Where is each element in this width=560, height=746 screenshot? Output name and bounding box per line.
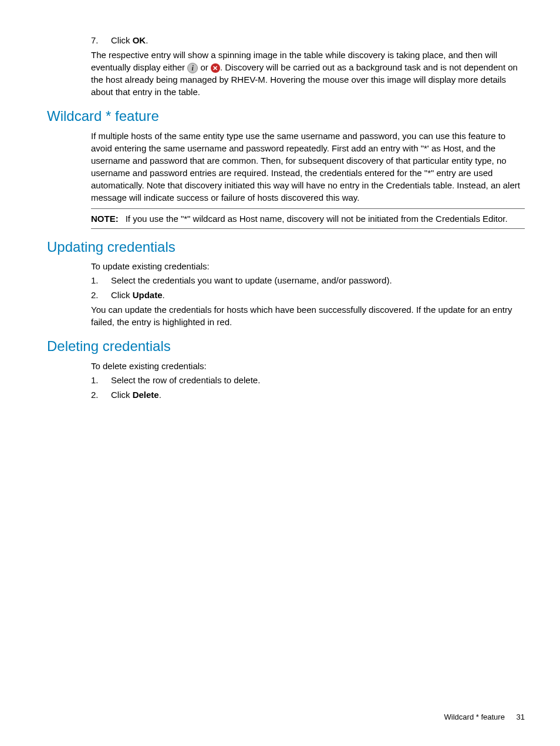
footer-section: Wildcard * feature	[444, 713, 505, 721]
text: .	[163, 290, 165, 300]
ordered-list-continued: 7. Click OK.	[91, 34, 525, 46]
list-number: 1.	[91, 274, 106, 286]
bold-text: Delete	[133, 390, 159, 400]
page-footer: Wildcard * feature 31	[444, 712, 525, 723]
section-body: To update existing credentials: 1. Selec…	[91, 260, 525, 328]
paragraph: To update existing credentials:	[91, 260, 525, 272]
paragraph: You can update the credentials for hosts…	[91, 303, 525, 328]
list-number: 2.	[91, 289, 106, 301]
section-body: To delete existing credentials: 1. Selec…	[91, 360, 525, 401]
ordered-list: 1. Select the credentials you want to up…	[91, 274, 525, 301]
section-body: If multiple hosts of the same entity typ…	[91, 130, 525, 229]
bold-text: OK	[133, 35, 146, 45]
list-item: 2. Click Update.	[91, 289, 525, 301]
note-box: NOTE:If you use the "*" wildcard as Host…	[91, 208, 525, 229]
list-number: 1.	[91, 374, 106, 386]
note-text: If you use the "*" wildcard as Host name…	[126, 214, 508, 224]
info-icon: i	[187, 63, 198, 73]
page-content: 7. Click OK. The respective entry will s…	[35, 34, 525, 401]
document-page: 7. Click OK. The respective entry will s…	[0, 0, 560, 746]
continuation-block: 7. Click OK. The respective entry will s…	[91, 34, 525, 98]
text: Click	[111, 290, 133, 300]
list-item: 2. Click Delete.	[91, 389, 525, 401]
section-heading-deleting: Deleting credentials	[47, 336, 525, 356]
paragraph: The respective entry will show a spinnin…	[91, 49, 525, 98]
footer-page-number: 31	[517, 713, 525, 721]
error-icon: ✕	[211, 63, 220, 73]
list-item: 1. Select the credentials you want to up…	[91, 274, 525, 286]
section-heading-updating: Updating credentials	[47, 237, 525, 257]
paragraph: If multiple hosts of the same entity typ…	[91, 130, 525, 204]
list-number: 7.	[91, 34, 106, 46]
section-heading-wildcard: Wildcard * feature	[47, 106, 525, 126]
text: Click	[111, 390, 133, 400]
paragraph: To delete existing credentials:	[91, 360, 525, 372]
text: or	[198, 62, 211, 72]
text: Select the credentials you want to updat…	[111, 275, 392, 285]
list-item: 1. Select the row of credentials to dele…	[91, 374, 525, 386]
ordered-list: 1. Select the row of credentials to dele…	[91, 374, 525, 401]
text: Click	[111, 35, 133, 45]
text: The respective entry will show a spinnin…	[91, 50, 463, 60]
text: .	[146, 35, 148, 45]
list-item: 7. Click OK.	[91, 34, 525, 46]
text: .	[159, 390, 161, 400]
bold-text: Update	[133, 290, 163, 300]
note-label: NOTE:	[91, 214, 119, 224]
text: Select the row of credentials to delete.	[111, 375, 260, 385]
list-number: 2.	[91, 389, 106, 401]
